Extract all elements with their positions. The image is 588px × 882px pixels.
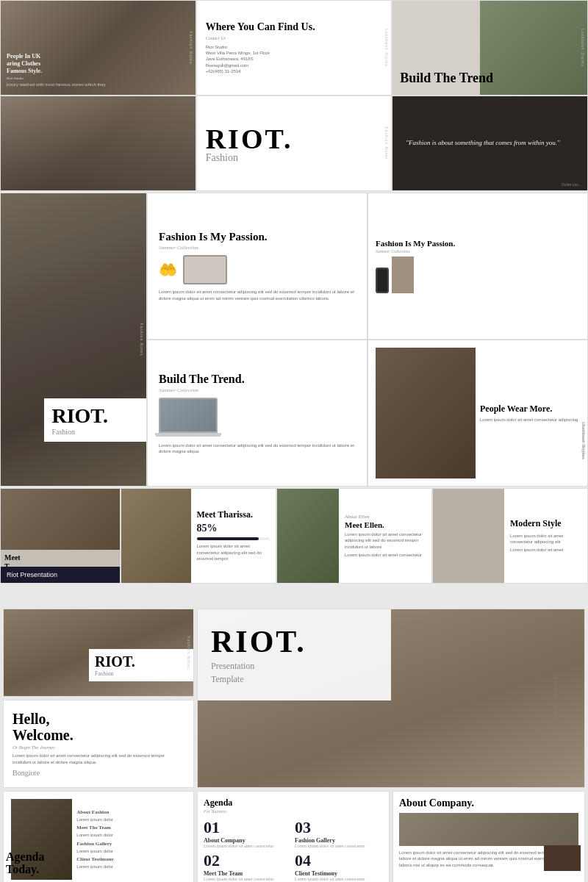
slide-meet-ellen: About Ellen Meet Ellen. Lorem ipsum dolo… [276,488,432,584]
passion2-title: Fashion Is My Passion. [376,239,580,248]
slide-street-photo: People In UKaring ClothesFamous Style. R… [0,0,196,96]
contact-title: Where You Can Find Us. [206,21,383,33]
slide-build-trend-top: Build The Trend Lookbook Styles [392,0,588,96]
riot-large-title: RIOT. [211,624,378,659]
bongiore-script: Bongiore [12,769,184,777]
slide-riot-large: RIOT. PresentationTemplate Lookbook Styl… [197,609,585,788]
slide-people-wear: People Wear More. Lorem ipsum dolor sit … [368,340,588,487]
couple-photo [544,845,581,871]
riot-overlay-logo: RIOT. [51,404,139,428]
passion-title: Fashion Is My Passion. [159,231,356,243]
sidebar-label-3: Lookbook Styles [581,29,585,67]
ellen-photo [277,489,339,583]
riot-large-sub: PresentationTemplate [211,659,378,686]
modern-photo [433,489,504,583]
sidebar-label-12: Lookbook Styles [554,674,559,723]
riot-overlay-sub: Fashion [51,428,139,436]
slide-meet-tharissa: Meet Tharissa. 85% Lorem ipsum dolor sit… [121,488,276,584]
agenda-row: About Fashion Lorem ipsum dolor Meet The… [3,791,585,879]
section-2: RIOT. Fashion Fashion Notes Hello,Welcom… [0,603,588,882]
slide-agenda-numbered: Agenda For Business 01 About Company Lor… [197,791,390,882]
people-photo [376,348,476,478]
row-big: RIOT. Fashion Fashion Notes Hello,Welcom… [3,609,585,788]
sidebar-label-14: Fashion Styles [581,424,586,459]
ellen-title: Meet Ellen. [345,520,426,529]
riot-presentation-badge: Riot Presentation [1,567,120,583]
slide-riot-brand: RIOT. Fashion Fashion Notes [196,96,392,191]
progress-bar [197,537,270,540]
slide-agenda-today: About Fashion Lorem ipsum dolor Meet The… [3,791,194,882]
hello-title: Hello,Welcome. [12,711,184,743]
laptop-base [155,433,221,437]
slide-build-trend-laptop: Build The Trend. Summer Collection Lorem… [147,340,368,487]
tablet-mockup [183,255,227,284]
sidebar-label-2: Lookbook Styles [384,29,389,67]
build-trend-2: Build The Trend. [159,372,356,386]
modern-title: Modern Style [510,518,581,530]
slide-hello-welcome: Hello,Welcome. Or Begin The Journey Lore… [3,700,194,788]
slide-fashion-passion: Fashion Is My Passion. Summer Collection… [147,193,368,340]
slide-street-large: RIOT. Fashion Fashion Notes [0,193,147,487]
mid-grid: RIOT. Fashion Fashion Notes Fashion Is M… [0,193,588,487]
forest-photo [480,1,587,95]
section-divider-1 [0,584,588,597]
sidebar-label-10: Fashion Notes [187,636,191,669]
about-company-title: About Company. [399,797,578,809]
slide-meet-riot: MeetT... Riot Presentation [0,488,121,584]
laptop-screen [159,398,218,433]
slide-fashion-quote: "Fashion is about something that comes f… [392,96,588,191]
col-left: RIOT. Fashion Fashion Notes Hello,Welcom… [3,609,194,788]
slide-riot-small: RIOT. Fashion Fashion Notes [3,609,194,697]
agenda-title: Agenda [204,797,383,808]
slide-contact: Where You Can Find Us. Contact Us Riot S… [196,0,392,96]
sidebar-label-4: Fashion Notes [384,126,389,159]
tharissa-percent: 85% [197,523,270,534]
people-wear-title: People Wear More. [480,404,580,414]
build-trend-title: Build The Trend [400,71,493,86]
phone-mockup [376,268,389,293]
tharissa-photo [121,489,191,583]
progress-fill [197,537,259,540]
riot-sub: Fashion [206,152,238,164]
sidebar-label-5: Fashion Notes [140,323,144,356]
tharissa-title: Meet Tharissa. [197,509,270,520]
top-grid: People In UKaring ClothesFamous Style. R… [0,0,588,191]
street-photo-about [399,813,578,846]
slide-fashion-passion-2: Fashion Is My Passion. Summer Collection… [368,193,588,340]
meet-photo-bg [1,489,120,550]
slide-modern-style: Modern Style Lorem ipsum dolor sit amet … [432,488,588,584]
meet-grid: MeetT... Riot Presentation Meet Tharissa… [0,488,588,584]
agenda-today-title: AgendaToday. [6,850,44,876]
riot-small-logo: RIOT. [95,653,187,670]
slide-outdoor-photo [0,96,196,191]
riot-logo-main: RIOT. [206,123,293,155]
fashion-photo-small [392,257,414,293]
sidebar-label-1: Fashion Notes [189,31,193,64]
fashion-quote-text: "Fashion is about something that comes f… [406,138,559,148]
